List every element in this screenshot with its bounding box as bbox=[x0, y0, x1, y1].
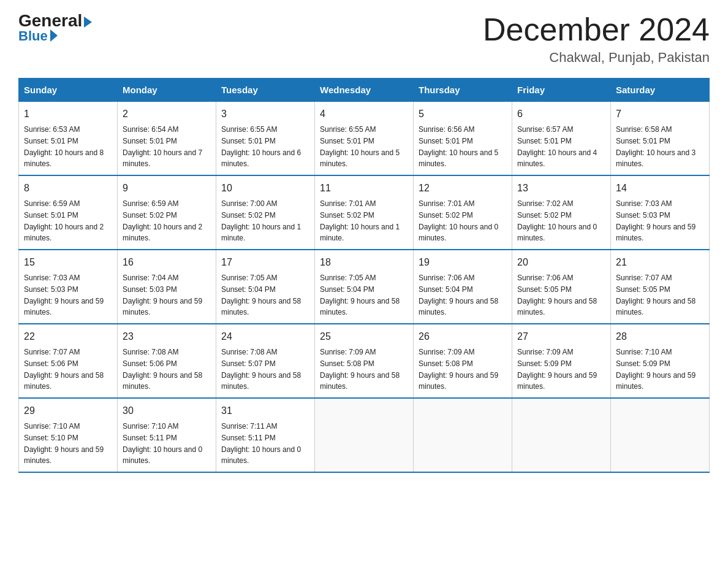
day-info: Sunrise: 7:01 AMSunset: 5:02 PMDaylight:… bbox=[320, 199, 400, 242]
day-number: 11 bbox=[320, 181, 408, 196]
table-row: 9 Sunrise: 6:59 AMSunset: 5:02 PMDayligh… bbox=[118, 175, 216, 250]
table-row: 8 Sunrise: 6:59 AMSunset: 5:01 PMDayligh… bbox=[19, 175, 118, 250]
day-info: Sunrise: 7:03 AMSunset: 5:03 PMDaylight:… bbox=[24, 274, 104, 316]
day-number: 18 bbox=[320, 255, 408, 270]
table-row: 29 Sunrise: 7:10 AMSunset: 5:10 PMDaylig… bbox=[19, 398, 118, 472]
calendar-week-row: 22 Sunrise: 7:07 AMSunset: 5:06 PMDaylig… bbox=[19, 324, 710, 398]
header-friday: Friday bbox=[512, 79, 611, 102]
day-number: 13 bbox=[517, 181, 605, 196]
logo: General Blue bbox=[18, 12, 92, 43]
table-row: 13 Sunrise: 7:02 AMSunset: 5:02 PMDaylig… bbox=[512, 175, 611, 250]
calendar-week-row: 1 Sunrise: 6:53 AMSunset: 5:01 PMDayligh… bbox=[19, 102, 710, 176]
calendar-week-row: 15 Sunrise: 7:03 AMSunset: 5:03 PMDaylig… bbox=[19, 250, 710, 324]
day-number: 25 bbox=[320, 329, 408, 344]
day-number: 2 bbox=[123, 107, 211, 121]
table-row: 10 Sunrise: 7:00 AMSunset: 5:02 PMDaylig… bbox=[216, 175, 315, 250]
table-row: 7 Sunrise: 6:58 AMSunset: 5:01 PMDayligh… bbox=[611, 102, 710, 176]
table-row bbox=[414, 398, 512, 472]
table-row: 1 Sunrise: 6:53 AMSunset: 5:01 PMDayligh… bbox=[19, 102, 118, 176]
table-row: 17 Sunrise: 7:05 AMSunset: 5:04 PMDaylig… bbox=[216, 250, 315, 324]
table-row: 25 Sunrise: 7:09 AMSunset: 5:08 PMDaylig… bbox=[315, 324, 414, 398]
day-number: 6 bbox=[517, 107, 605, 121]
table-row: 11 Sunrise: 7:01 AMSunset: 5:02 PMDaylig… bbox=[315, 175, 414, 250]
day-number: 14 bbox=[616, 181, 704, 196]
table-row: 31 Sunrise: 7:11 AMSunset: 5:11 PMDaylig… bbox=[216, 398, 315, 472]
table-row: 14 Sunrise: 7:03 AMSunset: 5:03 PMDaylig… bbox=[611, 175, 710, 250]
day-info: Sunrise: 7:09 AMSunset: 5:09 PMDaylight:… bbox=[517, 348, 597, 391]
day-info: Sunrise: 7:03 AMSunset: 5:03 PMDaylight:… bbox=[616, 199, 696, 242]
table-row: 28 Sunrise: 7:10 AMSunset: 5:09 PMDaylig… bbox=[611, 324, 710, 398]
month-title: December 2024 bbox=[483, 12, 710, 47]
day-info: Sunrise: 7:07 AMSunset: 5:05 PMDaylight:… bbox=[616, 274, 696, 316]
day-number: 20 bbox=[517, 255, 605, 270]
day-number: 31 bbox=[221, 404, 309, 418]
table-row: 4 Sunrise: 6:55 AMSunset: 5:01 PMDayligh… bbox=[315, 102, 414, 176]
day-number: 24 bbox=[221, 329, 309, 344]
page-header: General Blue December 2024 Chakwal, Punj… bbox=[18, 12, 710, 66]
table-row: 15 Sunrise: 7:03 AMSunset: 5:03 PMDaylig… bbox=[19, 250, 118, 324]
table-row: 12 Sunrise: 7:01 AMSunset: 5:02 PMDaylig… bbox=[414, 175, 512, 250]
day-info: Sunrise: 7:08 AMSunset: 5:06 PMDaylight:… bbox=[123, 348, 202, 391]
day-number: 26 bbox=[419, 329, 507, 344]
day-number: 22 bbox=[24, 329, 112, 344]
day-info: Sunrise: 7:01 AMSunset: 5:02 PMDaylight:… bbox=[419, 199, 498, 242]
logo-general-text: General bbox=[18, 12, 92, 29]
title-block: December 2024 Chakwal, Punjab, Pakistan bbox=[483, 12, 710, 66]
day-number: 1 bbox=[24, 107, 112, 121]
day-number: 21 bbox=[616, 255, 704, 270]
day-info: Sunrise: 7:08 AMSunset: 5:07 PMDaylight:… bbox=[221, 348, 301, 391]
day-info: Sunrise: 6:55 AMSunset: 5:01 PMDaylight:… bbox=[221, 125, 301, 168]
day-info: Sunrise: 6:54 AMSunset: 5:01 PMDaylight:… bbox=[123, 125, 202, 168]
header-sunday: Sunday bbox=[19, 79, 118, 102]
day-number: 10 bbox=[221, 181, 309, 196]
day-number: 17 bbox=[221, 255, 309, 270]
day-number: 3 bbox=[221, 107, 309, 121]
table-row: 5 Sunrise: 6:56 AMSunset: 5:01 PMDayligh… bbox=[414, 102, 512, 176]
day-info: Sunrise: 6:57 AMSunset: 5:01 PMDaylight:… bbox=[517, 125, 597, 168]
table-row: 16 Sunrise: 7:04 AMSunset: 5:03 PMDaylig… bbox=[118, 250, 216, 324]
day-number: 4 bbox=[320, 107, 408, 121]
table-row: 19 Sunrise: 7:06 AMSunset: 5:04 PMDaylig… bbox=[414, 250, 512, 324]
day-info: Sunrise: 7:04 AMSunset: 5:03 PMDaylight:… bbox=[123, 274, 202, 316]
location-label: Chakwal, Punjab, Pakistan bbox=[483, 50, 710, 66]
day-info: Sunrise: 7:10 AMSunset: 5:09 PMDaylight:… bbox=[616, 348, 696, 391]
table-row: 21 Sunrise: 7:07 AMSunset: 5:05 PMDaylig… bbox=[611, 250, 710, 324]
day-info: Sunrise: 6:55 AMSunset: 5:01 PMDaylight:… bbox=[320, 125, 400, 168]
day-number: 15 bbox=[24, 255, 112, 270]
day-number: 16 bbox=[123, 255, 211, 270]
table-row bbox=[512, 398, 611, 472]
day-info: Sunrise: 7:10 AMSunset: 5:11 PMDaylight:… bbox=[123, 422, 202, 465]
day-info: Sunrise: 7:06 AMSunset: 5:05 PMDaylight:… bbox=[517, 274, 597, 316]
table-row: 27 Sunrise: 7:09 AMSunset: 5:09 PMDaylig… bbox=[512, 324, 611, 398]
day-info: Sunrise: 7:06 AMSunset: 5:04 PMDaylight:… bbox=[419, 274, 498, 316]
header-saturday: Saturday bbox=[611, 79, 710, 102]
day-number: 27 bbox=[517, 329, 605, 344]
day-info: Sunrise: 7:02 AMSunset: 5:02 PMDaylight:… bbox=[517, 199, 597, 242]
table-row bbox=[611, 398, 710, 472]
table-row: 2 Sunrise: 6:54 AMSunset: 5:01 PMDayligh… bbox=[118, 102, 216, 176]
day-number: 28 bbox=[616, 329, 704, 344]
day-info: Sunrise: 6:59 AMSunset: 5:01 PMDaylight:… bbox=[24, 199, 104, 242]
day-number: 29 bbox=[24, 404, 112, 418]
day-info: Sunrise: 7:05 AMSunset: 5:04 PMDaylight:… bbox=[320, 274, 400, 316]
day-info: Sunrise: 6:53 AMSunset: 5:01 PMDaylight:… bbox=[24, 125, 104, 168]
table-row: 23 Sunrise: 7:08 AMSunset: 5:06 PMDaylig… bbox=[118, 324, 216, 398]
table-row: 22 Sunrise: 7:07 AMSunset: 5:06 PMDaylig… bbox=[19, 324, 118, 398]
weekday-header-row: Sunday Monday Tuesday Wednesday Thursday… bbox=[19, 79, 710, 102]
day-number: 5 bbox=[419, 107, 507, 121]
day-info: Sunrise: 6:56 AMSunset: 5:01 PMDaylight:… bbox=[419, 125, 498, 168]
day-number: 8 bbox=[24, 181, 112, 196]
header-monday: Monday bbox=[118, 79, 216, 102]
header-wednesday: Wednesday bbox=[315, 79, 414, 102]
calendar-week-row: 8 Sunrise: 6:59 AMSunset: 5:01 PMDayligh… bbox=[19, 175, 710, 250]
day-number: 9 bbox=[123, 181, 211, 196]
header-tuesday: Tuesday bbox=[216, 79, 315, 102]
table-row: 6 Sunrise: 6:57 AMSunset: 5:01 PMDayligh… bbox=[512, 102, 611, 176]
table-row: 26 Sunrise: 7:09 AMSunset: 5:08 PMDaylig… bbox=[414, 324, 512, 398]
day-info: Sunrise: 7:09 AMSunset: 5:08 PMDaylight:… bbox=[320, 348, 400, 391]
table-row: 3 Sunrise: 6:55 AMSunset: 5:01 PMDayligh… bbox=[216, 102, 315, 176]
table-row: 24 Sunrise: 7:08 AMSunset: 5:07 PMDaylig… bbox=[216, 324, 315, 398]
logo-triangle-icon bbox=[84, 17, 92, 28]
day-info: Sunrise: 7:11 AMSunset: 5:11 PMDaylight:… bbox=[221, 422, 301, 465]
calendar-table: Sunday Monday Tuesday Wednesday Thursday… bbox=[18, 78, 710, 473]
